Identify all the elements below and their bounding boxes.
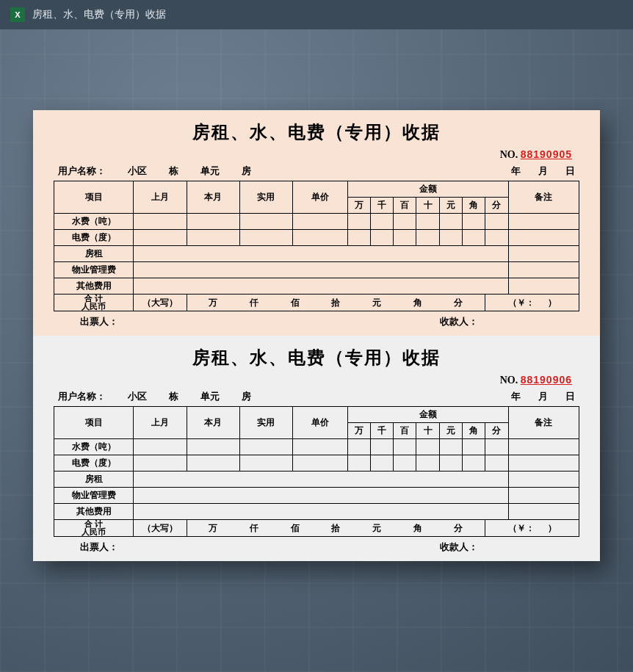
total-label: 合 计人民币 bbox=[54, 295, 134, 311]
receipt-1: 房租、水、电费（专用）收据 NO. 88190905 用户名称： 小区 栋 单元… bbox=[33, 110, 600, 336]
row-label: 房租 bbox=[54, 472, 134, 488]
user-label: 用户名称： bbox=[58, 391, 106, 403]
footer-line: 出票人： 收款人： bbox=[54, 537, 579, 554]
total-row: 合 计人民币 （大写） 万 仟 佰 拾 元 角 分 （￥： bbox=[54, 295, 579, 311]
unit-label: 单元 bbox=[200, 165, 220, 178]
col-price: 单价 bbox=[292, 407, 347, 439]
user-fields: 用户名称： 小区 栋 单元 房 bbox=[58, 165, 511, 178]
building-label: 栋 bbox=[169, 165, 178, 178]
date-fields: 年 月 日 bbox=[511, 165, 575, 178]
day-label: 日 bbox=[565, 165, 575, 178]
payee-label: 收款人： bbox=[440, 316, 572, 328]
total-row: 合 计人民币 （大写） 万 仟 佰 拾 元 角 分 （￥： bbox=[54, 520, 579, 537]
total-caption: （大写） bbox=[134, 520, 187, 537]
total-yen: （￥： ） bbox=[485, 520, 579, 537]
month-label: 月 bbox=[538, 165, 548, 178]
col-item: 项目 bbox=[54, 181, 134, 214]
row-label: 房租 bbox=[54, 246, 134, 262]
amt-jiao: 角 bbox=[463, 198, 485, 214]
amt-yuan: 元 bbox=[439, 423, 462, 439]
receipt-2: 房租、水、电费（专用）收据 NO. 88190906 用户名称： 小区 栋 单元… bbox=[33, 336, 600, 561]
receipt-table: 项目 上月 本月 实用 单价 金额 备注 万 千 百 十 元 角 分 bbox=[54, 406, 579, 537]
district-label: 小区 bbox=[128, 391, 147, 403]
district-label: 小区 bbox=[128, 165, 147, 178]
amt-yuan: 元 bbox=[439, 198, 462, 214]
receipt-number-row: NO. 88190906 bbox=[54, 374, 579, 386]
col-amount: 金额 bbox=[347, 407, 508, 423]
day-label: 日 bbox=[565, 391, 575, 403]
header-row-1: 项目 上月 本月 实用 单价 金额 备注 bbox=[54, 407, 579, 423]
amt-wan: 万 bbox=[347, 198, 370, 214]
table-row: 水费（吨） bbox=[54, 439, 579, 455]
year-label: 年 bbox=[511, 165, 521, 178]
room-label: 房 bbox=[242, 391, 251, 403]
table-row: 房租 bbox=[54, 472, 579, 488]
table-row: 电费（度） bbox=[54, 230, 579, 246]
number-label: NO. bbox=[500, 375, 518, 386]
table-row: 其他费用 bbox=[54, 504, 579, 520]
user-fields: 用户名称： 小区 栋 单元 房 bbox=[58, 391, 511, 403]
row-label: 水费（吨） bbox=[54, 214, 134, 230]
date-fields: 年 月 日 bbox=[511, 391, 575, 403]
col-note: 备注 bbox=[508, 407, 579, 439]
row-label: 物业管理费 bbox=[54, 262, 134, 278]
receipt-title: 房租、水、电费（专用）收据 bbox=[54, 346, 579, 369]
col-this: 本月 bbox=[187, 407, 239, 439]
row-label: 其他费用 bbox=[54, 278, 134, 295]
amt-shi: 十 bbox=[416, 198, 439, 214]
total-units: 万 仟 佰 拾 元 角 分 bbox=[187, 295, 485, 311]
drawer-label: 出票人： bbox=[80, 316, 440, 328]
header-row-1: 项目 上月 本月 实用 单价 金额 备注 bbox=[54, 181, 579, 198]
title-bar: X 房租、水、电费（专用）收据 bbox=[0, 0, 633, 29]
receipt-number: 88190906 bbox=[521, 374, 572, 386]
col-last: 上月 bbox=[134, 407, 187, 439]
user-label: 用户名称： bbox=[58, 165, 106, 178]
col-note: 备注 bbox=[508, 181, 579, 214]
user-date-line: 用户名称： 小区 栋 单元 房 年 月 日 bbox=[54, 165, 579, 178]
receipt-number-row: NO. 88190905 bbox=[54, 148, 579, 161]
col-amount: 金额 bbox=[347, 181, 508, 198]
room-label: 房 bbox=[242, 165, 251, 178]
amt-qian: 千 bbox=[370, 198, 393, 214]
col-last: 上月 bbox=[134, 181, 187, 214]
number-label: NO. bbox=[500, 149, 518, 160]
table-row: 房租 bbox=[54, 246, 579, 262]
month-label: 月 bbox=[538, 391, 548, 403]
amt-shi: 十 bbox=[416, 423, 439, 439]
table-row: 物业管理费 bbox=[54, 488, 579, 504]
user-date-line: 用户名称： 小区 栋 单元 房 年 月 日 bbox=[54, 391, 579, 403]
total-caption: （大写） bbox=[134, 295, 187, 311]
amt-qian: 千 bbox=[370, 423, 393, 439]
col-used: 实用 bbox=[239, 181, 292, 214]
row-label: 物业管理费 bbox=[54, 488, 134, 504]
col-this: 本月 bbox=[187, 181, 239, 214]
receipt-number: 88190905 bbox=[521, 148, 572, 160]
drawer-label: 出票人： bbox=[80, 541, 440, 554]
amt-fen: 分 bbox=[485, 198, 508, 214]
row-label: 其他费用 bbox=[54, 504, 134, 520]
amt-fen: 分 bbox=[485, 423, 508, 439]
total-units: 万 仟 佰 拾 元 角 分 bbox=[187, 520, 485, 537]
year-label: 年 bbox=[511, 391, 521, 403]
window-title: 房租、水、电费（专用）收据 bbox=[32, 8, 166, 21]
excel-icon: X bbox=[10, 7, 25, 22]
col-used: 实用 bbox=[239, 407, 292, 439]
receipt-title: 房租、水、电费（专用）收据 bbox=[54, 120, 579, 144]
row-label: 水费（吨） bbox=[54, 439, 134, 455]
amt-wan: 万 bbox=[347, 423, 370, 439]
row-label: 电费（度） bbox=[54, 230, 134, 246]
amt-jiao: 角 bbox=[463, 423, 485, 439]
amt-bai: 百 bbox=[394, 198, 416, 214]
stage: 房租、水、电费（专用）收据 NO. 88190905 用户名称： 小区 栋 单元… bbox=[0, 29, 633, 561]
payee-label: 收款人： bbox=[440, 541, 572, 554]
table-row: 其他费用 bbox=[54, 278, 579, 295]
col-price: 单价 bbox=[292, 181, 347, 214]
unit-label: 单元 bbox=[200, 391, 220, 403]
table-row: 水费（吨） bbox=[54, 214, 579, 230]
total-yen: （￥： ） bbox=[485, 295, 579, 311]
total-label: 合 计人民币 bbox=[54, 520, 134, 537]
amt-bai: 百 bbox=[394, 423, 416, 439]
row-label: 电费（度） bbox=[54, 455, 134, 472]
receipt-table: 项目 上月 本月 实用 单价 金额 备注 万 千 百 十 元 角 分 bbox=[54, 181, 579, 311]
footer-line: 出票人： 收款人： bbox=[54, 311, 579, 328]
